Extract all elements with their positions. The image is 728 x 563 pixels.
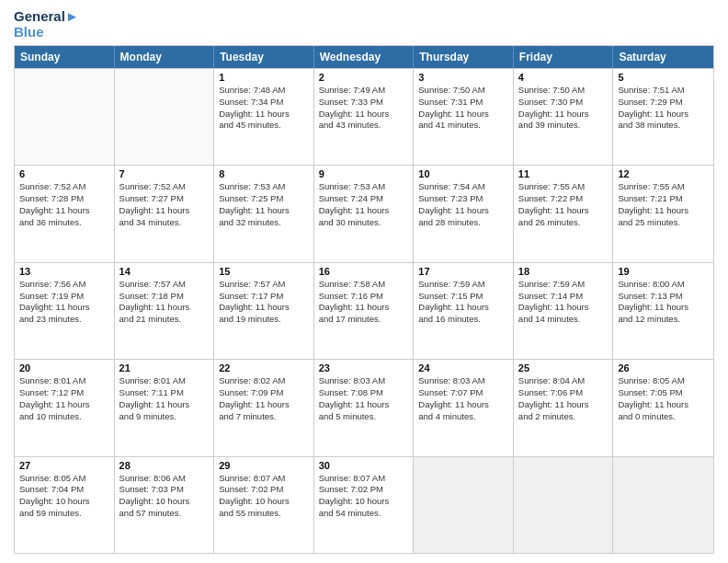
cell-line: Sunset: 7:08 PM — [319, 387, 409, 399]
cell-line: Sunset: 7:33 PM — [319, 97, 409, 109]
cell-line: Sunset: 7:34 PM — [219, 97, 309, 109]
cell-line: and 16 minutes. — [418, 314, 508, 326]
cal-cell-20: 20Sunrise: 8:01 AMSunset: 7:12 PMDayligh… — [15, 360, 115, 455]
cell-line: and 4 minutes. — [418, 411, 508, 423]
cell-line: Daylight: 10 hours — [219, 496, 309, 508]
cal-cell-empty — [115, 69, 215, 165]
cell-line: Sunset: 7:11 PM — [119, 387, 210, 399]
cal-cell-5: 5Sunrise: 7:51 AMSunset: 7:29 PMDaylight… — [613, 69, 713, 165]
cell-line: Sunset: 7:22 PM — [518, 193, 609, 205]
day-number: 2 — [319, 72, 409, 83]
cell-line: Daylight: 11 hours — [518, 399, 609, 411]
cell-line: Sunrise: 8:07 AM — [219, 473, 309, 485]
day-number: 26 — [618, 362, 709, 373]
day-number: 4 — [518, 72, 609, 83]
cell-line: Sunset: 7:06 PM — [518, 387, 609, 399]
cell-line: Daylight: 11 hours — [219, 302, 309, 314]
cell-line: Daylight: 11 hours — [119, 399, 210, 411]
week-row-5: 27Sunrise: 8:05 AMSunset: 7:04 PMDayligh… — [15, 456, 713, 553]
cal-cell-11: 11Sunrise: 7:55 AMSunset: 7:22 PMDayligh… — [514, 166, 614, 261]
cell-line: Sunrise: 8:01 AM — [19, 375, 109, 387]
cell-line: Daylight: 11 hours — [319, 399, 409, 411]
cell-line: Sunset: 7:13 PM — [618, 291, 709, 303]
cell-line: and 36 minutes. — [19, 217, 109, 229]
day-number: 18 — [518, 266, 609, 277]
page: General► Blue SundayMondayTuesdayWednesd… — [0, 0, 728, 563]
cell-line: Daylight: 11 hours — [518, 205, 609, 217]
cell-line: Daylight: 11 hours — [418, 399, 508, 411]
cell-line: Daylight: 11 hours — [319, 302, 409, 314]
cell-line: Sunset: 7:07 PM — [418, 387, 508, 399]
cell-line: Sunrise: 7:50 AM — [518, 85, 609, 97]
cell-line: Daylight: 11 hours — [418, 205, 508, 217]
cell-line: Sunrise: 7:48 AM — [219, 85, 309, 97]
day-number: 22 — [219, 362, 309, 373]
cell-line: Daylight: 11 hours — [119, 302, 210, 314]
cell-line: Sunrise: 7:51 AM — [618, 85, 709, 97]
calendar-body: 1Sunrise: 7:48 AMSunset: 7:34 PMDaylight… — [15, 68, 713, 553]
cell-line: Sunrise: 8:05 AM — [618, 375, 709, 387]
cell-line: Daylight: 11 hours — [219, 109, 309, 121]
cell-line: Sunset: 7:04 PM — [19, 484, 109, 496]
cell-line: and 55 minutes. — [219, 508, 309, 520]
day-header-thursday: Thursday — [414, 46, 514, 68]
cal-cell-27: 27Sunrise: 8:05 AMSunset: 7:04 PMDayligh… — [15, 457, 115, 553]
day-header-tuesday: Tuesday — [214, 46, 314, 68]
day-number: 10 — [418, 168, 508, 179]
cal-cell-empty — [514, 457, 614, 553]
cell-line: Daylight: 11 hours — [618, 109, 709, 121]
cell-line: and 0 minutes. — [618, 411, 709, 423]
cell-line: Sunset: 7:23 PM — [418, 193, 508, 205]
day-header-saturday: Saturday — [613, 46, 713, 68]
day-header-wednesday: Wednesday — [314, 46, 415, 68]
cell-line: Sunset: 7:21 PM — [618, 193, 709, 205]
cell-line: Sunset: 7:16 PM — [319, 291, 409, 303]
cal-cell-25: 25Sunrise: 8:04 AMSunset: 7:06 PMDayligh… — [514, 360, 614, 455]
day-number: 15 — [219, 266, 309, 277]
cal-cell-23: 23Sunrise: 8:03 AMSunset: 7:08 PMDayligh… — [314, 360, 415, 455]
cell-line: Sunrise: 7:53 AM — [219, 181, 309, 193]
cell-line: Sunrise: 7:57 AM — [119, 279, 210, 291]
day-number: 29 — [219, 460, 309, 471]
cell-line: Sunset: 7:17 PM — [219, 291, 309, 303]
cell-line: Sunset: 7:02 PM — [219, 484, 309, 496]
cell-line: and 14 minutes. — [518, 314, 609, 326]
cell-line: and 25 minutes. — [618, 217, 709, 229]
cell-line: Sunrise: 7:52 AM — [19, 181, 109, 193]
cell-line: Sunset: 7:15 PM — [418, 291, 508, 303]
cal-cell-7: 7Sunrise: 7:52 AMSunset: 7:27 PMDaylight… — [115, 166, 215, 261]
week-row-1: 1Sunrise: 7:48 AMSunset: 7:34 PMDaylight… — [15, 68, 713, 165]
day-number: 19 — [618, 266, 709, 277]
cell-line: Sunrise: 7:55 AM — [518, 181, 609, 193]
cell-line: and 19 minutes. — [219, 314, 309, 326]
cell-line: and 34 minutes. — [119, 217, 210, 229]
cell-line: Sunrise: 7:55 AM — [618, 181, 709, 193]
cal-cell-empty — [613, 457, 713, 553]
cell-line: and 41 minutes. — [418, 120, 508, 132]
header: General► Blue — [14, 9, 714, 40]
day-number: 12 — [618, 168, 709, 179]
cell-line: and 43 minutes. — [319, 120, 409, 132]
cell-line: and 12 minutes. — [618, 314, 709, 326]
cal-cell-3: 3Sunrise: 7:50 AMSunset: 7:31 PMDaylight… — [414, 69, 514, 165]
cell-line: Sunrise: 8:06 AM — [119, 473, 210, 485]
cell-line: Sunset: 7:24 PM — [319, 193, 409, 205]
cell-line: Sunset: 7:28 PM — [19, 193, 109, 205]
cell-line: Sunrise: 7:58 AM — [319, 279, 409, 291]
cal-cell-22: 22Sunrise: 8:02 AMSunset: 7:09 PMDayligh… — [214, 360, 314, 455]
cell-line: Daylight: 10 hours — [319, 496, 409, 508]
day-number: 24 — [418, 362, 508, 373]
cal-cell-30: 30Sunrise: 8:07 AMSunset: 7:02 PMDayligh… — [314, 457, 415, 553]
day-number: 21 — [119, 362, 210, 373]
cell-line: Sunrise: 8:00 AM — [618, 279, 709, 291]
day-number: 5 — [618, 72, 709, 83]
day-number: 8 — [219, 168, 309, 179]
cell-line: Daylight: 11 hours — [19, 399, 109, 411]
cell-line: Sunrise: 7:59 AM — [418, 279, 508, 291]
cal-cell-19: 19Sunrise: 8:00 AMSunset: 7:13 PMDayligh… — [613, 263, 713, 359]
cell-line: Sunset: 7:30 PM — [518, 97, 609, 109]
cell-line: and 5 minutes. — [319, 411, 409, 423]
cell-line: Sunrise: 7:52 AM — [119, 181, 210, 193]
cell-line: Daylight: 11 hours — [618, 302, 709, 314]
logo: General► Blue — [14, 9, 79, 40]
